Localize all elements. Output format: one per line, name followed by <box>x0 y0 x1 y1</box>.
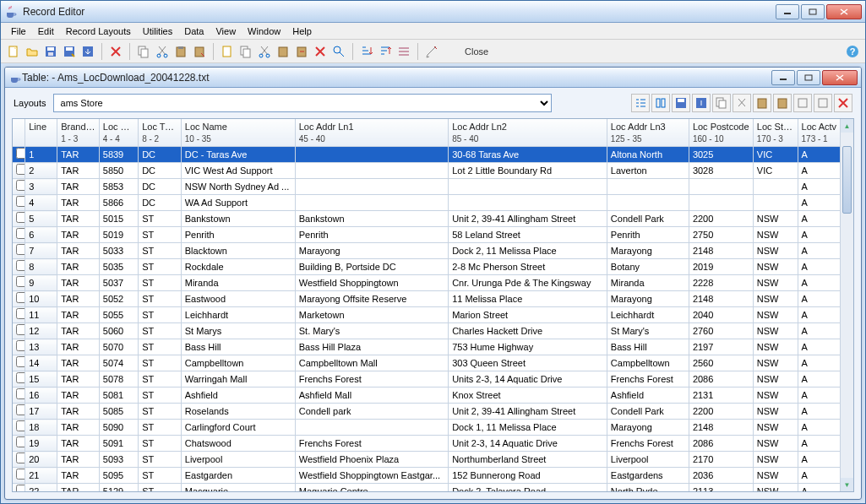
cell-addr1[interactable]: Building B, Portside DC <box>295 259 448 275</box>
toolbar-close-button[interactable]: Close <box>458 45 495 58</box>
new-file-icon[interactable] <box>6 44 21 59</box>
cell-state[interactable]: NSW <box>753 211 798 227</box>
save-as-icon[interactable] <box>62 44 77 59</box>
row-checkbox[interactable] <box>16 485 25 492</box>
cell-state[interactable]: VIC <box>753 147 798 163</box>
cell-addr3[interactable]: Altona North <box>607 147 689 163</box>
line-number[interactable]: 10 <box>25 291 57 307</box>
row-checkbox-cell[interactable] <box>13 484 25 493</box>
table-row[interactable]: 9TAR5037STMirandaWestfield ShoppingtownC… <box>13 275 853 291</box>
table-row[interactable]: 8TAR5035STRockdaleBuilding B, Portside D… <box>13 259 853 275</box>
column-header[interactable]: Loc Addr Ln285 - 40 <box>449 119 607 147</box>
line-number[interactable]: 9 <box>25 275 57 291</box>
cell-brand[interactable]: TAR <box>57 420 100 436</box>
cell-loctype[interactable]: ST <box>139 355 182 371</box>
maximize-button[interactable] <box>801 4 825 19</box>
cell-loctype[interactable]: ST <box>139 259 182 275</box>
delete-icon[interactable] <box>108 44 123 59</box>
inner-minimize-button[interactable] <box>771 70 795 85</box>
cell-addr1[interactable]: Bankstown <box>295 211 448 227</box>
row-checkbox[interactable] <box>16 372 25 383</box>
cell-loctype[interactable]: ST <box>139 452 182 468</box>
cell-loctype[interactable]: ST <box>139 275 182 291</box>
cell-brand[interactable]: TAR <box>57 195 100 211</box>
cell-locnbr[interactable]: 5091 <box>99 436 138 452</box>
cell-loctype[interactable]: ST <box>139 484 182 493</box>
cell-addr2[interactable] <box>449 179 607 195</box>
paste-prior-icon[interactable] <box>773 94 792 112</box>
row-checkbox-cell[interactable] <box>13 291 25 307</box>
table-row[interactable]: 6TAR5019STPenrithPenrith58 Leland Street… <box>13 227 853 243</box>
paste-record-prior-icon[interactable] <box>294 44 309 59</box>
menu-data[interactable]: Data <box>179 24 209 38</box>
cell-locname[interactable]: Leichhardt <box>181 307 295 323</box>
outer-titlebar[interactable]: Record Editor <box>1 1 865 23</box>
table-row[interactable]: 19TAR5091STChatswoodFrenchs ForestUnit 2… <box>13 436 853 452</box>
cell-state[interactable]: NSW <box>753 468 798 484</box>
cell-addr1[interactable]: Westfield Phoenix Plaza <box>295 452 448 468</box>
cell-addr3[interactable]: North Ryde <box>607 484 689 493</box>
cell-locnbr[interactable]: 5850 <box>99 163 138 179</box>
cell-addr3[interactable] <box>607 179 689 195</box>
cell-locnbr[interactable]: 5019 <box>99 227 138 243</box>
line-number[interactable]: 18 <box>25 420 57 436</box>
row-checkbox-cell[interactable] <box>13 179 25 195</box>
open-file-icon[interactable] <box>25 44 40 59</box>
line-number[interactable]: 17 <box>25 404 57 420</box>
cell-post[interactable]: 2197 <box>689 339 753 355</box>
menu-record-layouts[interactable]: Record Layouts <box>61 24 136 38</box>
cell-addr1[interactable]: Penrith <box>295 227 448 243</box>
row-checkbox[interactable] <box>16 228 25 239</box>
close-button[interactable] <box>826 4 862 19</box>
menu-edit[interactable]: Edit <box>33 24 59 38</box>
cell-brand[interactable]: TAR <box>57 452 100 468</box>
cell-state[interactable]: NSW <box>753 484 798 493</box>
cell-addr1[interactable]: Campbelltown Mall <box>295 355 448 371</box>
cell-locname[interactable]: WA Ad Support <box>181 195 295 211</box>
cell-locnbr[interactable]: 5052 <box>99 291 138 307</box>
append-icon[interactable] <box>814 94 832 112</box>
row-checkbox-cell[interactable] <box>13 163 25 179</box>
sort-desc-icon[interactable] <box>378 44 393 59</box>
row-checkbox[interactable] <box>16 164 25 175</box>
table-row[interactable]: 7TAR5033STBlacktownMarayongDock 2, 11 Me… <box>13 243 853 259</box>
cell-addr2[interactable]: Northumberland Street <box>449 452 607 468</box>
cell-locnbr[interactable]: 5866 <box>99 195 138 211</box>
row-checkbox[interactable] <box>16 180 25 191</box>
cell-state[interactable]: NSW <box>753 323 798 339</box>
sort-asc-icon[interactable] <box>359 44 374 59</box>
table-row[interactable]: 10TAR5052STEastwoodMarayong Offsite Rese… <box>13 291 853 307</box>
column-header[interactable]: Loc Nbr4 - 4 <box>99 119 138 147</box>
row-checkbox[interactable] <box>16 404 25 415</box>
cell-post[interactable]: 3028 <box>689 163 753 179</box>
line-number[interactable]: 14 <box>25 355 57 371</box>
cell-addr2[interactable]: Dock 2, Talavera Road <box>449 484 607 493</box>
cell-brand[interactable]: TAR <box>57 147 100 163</box>
cell-addr3[interactable]: Frenchs Forest <box>607 371 689 387</box>
cell-post[interactable]: 2170 <box>689 452 753 468</box>
row-checkbox-cell[interactable] <box>13 452 25 468</box>
cell-locname[interactable]: Bass Hill <box>181 339 295 355</box>
cell-loctype[interactable]: ST <box>139 420 182 436</box>
row-checkbox[interactable] <box>16 244 25 255</box>
row-checkbox[interactable] <box>16 453 25 463</box>
cell-addr2[interactable]: Unit 2, 39-41 Allingham Street <box>449 404 607 420</box>
cell-locnbr[interactable]: 5060 <box>99 323 138 339</box>
column-view-icon[interactable] <box>651 94 670 112</box>
cell-brand[interactable]: TAR <box>57 371 100 387</box>
cell-post[interactable]: 2148 <box>689 420 753 436</box>
cell-post[interactable]: 2560 <box>689 355 753 371</box>
row-checkbox[interactable] <box>16 308 25 319</box>
row-checkbox-cell[interactable] <box>13 195 25 211</box>
cell-addr3[interactable]: Marayong <box>607 291 689 307</box>
cell-brand[interactable]: TAR <box>57 387 100 404</box>
row-checkbox[interactable] <box>16 292 25 303</box>
cell-locname[interactable]: Carlingford Court <box>181 420 295 436</box>
cell-locnbr[interactable]: 5085 <box>99 404 138 420</box>
line-number[interactable]: 1 <box>25 147 57 163</box>
cell-loctype[interactable]: ST <box>139 371 182 387</box>
cell-addr2[interactable]: Charles Hackett Drive <box>449 323 607 339</box>
cell-addr2[interactable]: 753 Hume Highway <box>449 339 607 355</box>
line-number[interactable]: 7 <box>25 243 57 259</box>
cell-addr2[interactable]: Knox Street <box>449 387 607 404</box>
